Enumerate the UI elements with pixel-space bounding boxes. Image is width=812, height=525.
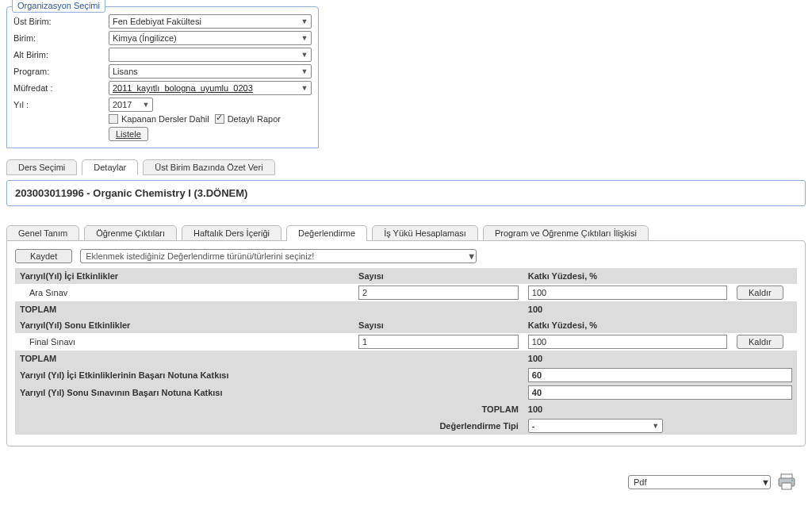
detayli-rapor-label: Detaylı Rapor [228,114,281,124]
tab-ust-birim-ozet[interactable]: Üst Birim Bazında Özet Veri [143,159,274,175]
ara-sinav-label: Ara Sınav [15,284,354,301]
evaluation-type-picker[interactable]: Eklenmek istediğiniz Değerlendirme türün… [80,249,477,263]
kapanan-dersler-label: Kapanan Dersler Dahil [121,114,209,124]
dropdown-arrow-icon: ▼ [140,101,152,109]
birim-value: Kimya (İngilizce) [113,33,177,43]
final-kaldir-button[interactable]: Kaldır [737,335,783,349]
muferdat-label: Müfredat : [13,83,109,93]
ara-sinav-sayi-input[interactable]: 2 [358,285,519,300]
ara-sinav-katki-input[interactable]: 100 [528,285,727,300]
final-katki-input[interactable]: 100 [528,335,727,349]
dropdown-arrow-icon: ▼ [298,67,311,75]
degerlendirme-tipi-row: Değerlendirme Tipi - ▼ [15,417,797,435]
ici-toplam-row: TOPLAM100 [15,301,797,317]
evaluation-panel: Kaydet Eklenmek istediğiniz Değerlendirm… [6,240,806,446]
program-select[interactable]: Lisans ▼ [109,64,312,79]
dropdown-arrow-icon: ▼ [649,422,662,430]
ust-birim-label: Üst Birim: [13,17,109,26]
kaydet-button[interactable]: Kaydet [15,249,72,263]
ust-birim-select[interactable]: Fen Edebiyat Fakültesi ▼ [109,14,312,29]
org-selection-panel: Organizasyon Seçimi Üst Birim: Fen Edebi… [6,6,319,148]
bottom-bar: Pdf ▼ [6,473,806,491]
kapanan-dersler-checkbox[interactable] [109,114,118,124]
listele-button[interactable]: Listele [109,127,148,141]
tab-genel-tanim[interactable]: Genel Tanım [6,225,79,241]
panel-legend: Organizasyon Seçimi [12,0,105,13]
dropdown-arrow-icon: ▼ [298,84,311,92]
svg-rect-2 [782,483,791,489]
table-row: Ara Sınav 2 100 Kaldır [15,284,797,301]
svg-point-3 [791,480,793,481]
tab-ogrenme-ciktilari[interactable]: Öğrenme Çıktıları [84,225,177,241]
tab-haftalik-ders[interactable]: Haftalık Ders İçeriği [182,225,282,241]
ara-sinav-kaldir-button[interactable]: Kaldır [737,285,783,300]
sonu-basari-input[interactable]: 40 [528,385,792,400]
export-format-select[interactable]: Pdf ▼ [628,475,771,489]
table-row: Final Sınavı 1 100 Kaldır [15,333,797,351]
picker-placeholder: Eklenmek istediğiniz Değerlendirme türün… [86,251,314,261]
sonu-basari-row: Yarıyıl (Yıl) Sonu Sınavının Başarı Notu… [15,384,797,401]
main-tabbar: Ders Seçimi Detaylar Üst Birim Bazında Ö… [6,159,806,175]
sub-tabbar: Genel Tanım Öğrenme Çıktıları Haftalık D… [6,225,806,241]
dropdown-arrow-icon: ▼ [761,477,770,487]
tab-program-iliskisi[interactable]: Program ve Öğrenme Çıktıları İlişkisi [483,225,649,241]
course-title: 203003011996 - Organic Chemistry I (3.DÖ… [6,180,806,206]
muferdat-value: 2011_kayıtlı_bologna_uyumlu_0203 [113,83,253,93]
muferdat-combo[interactable]: 2011_kayıtlı_bologna_uyumlu_0203 ▼ [109,81,312,95]
birim-label: Birim: [13,33,109,43]
yil-value: 2017 [113,100,132,109]
detayli-rapor-checkbox[interactable] [215,114,224,124]
yil-select[interactable]: 2017 ▼ [109,98,153,112]
evaluation-table: Yarıyıl(Yıl) İçi Etkinlikler Sayısı Katk… [15,268,797,435]
sonu-toplam-row: TOPLAM100 [15,351,797,366]
final-sayi-input[interactable]: 1 [358,335,519,349]
dropdown-arrow-icon: ▼ [298,17,311,25]
alt-birim-select[interactable]: ▼ [109,48,312,62]
dropdown-arrow-icon: ▼ [298,34,311,42]
printer-icon[interactable] [777,473,796,491]
ici-basari-input[interactable]: 60 [528,368,792,382]
yil-label: Yıl : [13,100,109,109]
tab-detaylar[interactable]: Detaylar [82,159,138,175]
dropdown-arrow-icon: ▼ [467,251,476,261]
ici-etkinlikler-header: Yarıyıl(Yıl) İçi Etkinlikler Sayısı Katk… [15,268,797,284]
tab-ders-secimi[interactable]: Ders Seçimi [6,159,77,175]
tab-degerlendirme[interactable]: Değerlendirme [286,225,367,241]
birim-select[interactable]: Kimya (İngilizce) ▼ [109,31,312,45]
final-sinavi-label: Final Sınavı [15,333,354,351]
ici-basari-row: Yarıyıl (Yıl) İçi Etkinliklerinin Başarı… [15,366,797,384]
degerlendirme-tipi-select[interactable]: - ▼ [528,419,663,433]
genel-toplam-row: TOPLAM 100 [15,401,797,417]
dropdown-arrow-icon: ▼ [298,51,311,59]
tab-is-yuku[interactable]: İş Yükü Hesaplaması [372,225,478,241]
program-value: Lisans [113,67,138,76]
program-label: Program: [13,67,109,76]
ust-birim-value: Fen Edebiyat Fakültesi [113,17,201,26]
alt-birim-label: Alt Birim: [13,50,109,59]
sonu-etkinlikler-header: Yarıyıl(Yıl) Sonu Etkinlikler Sayısı Kat… [15,317,797,333]
